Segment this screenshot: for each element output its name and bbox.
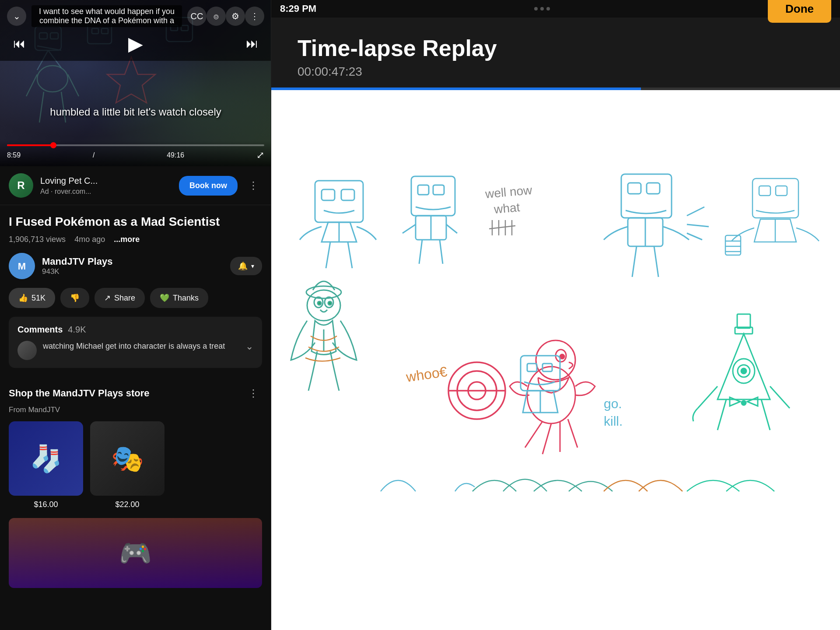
svg-line-48 — [632, 246, 637, 277]
like-icon: 👍 — [18, 293, 28, 303]
svg-point-90 — [741, 368, 746, 374]
svg-line-51 — [687, 224, 709, 227]
svg-point-66 — [318, 301, 321, 305]
svg-line-33 — [446, 224, 457, 233]
thanks-icon: 💚 — [160, 293, 169, 303]
svg-line-95 — [770, 386, 790, 408]
chevron-down-icon: ▾ — [251, 262, 254, 270]
svg-rect-44 — [628, 183, 641, 194]
svg-marker-85 — [718, 334, 770, 399]
svg-rect-29 — [433, 185, 444, 195]
subscribe-button[interactable]: 🔔 ▾ — [230, 257, 262, 275]
cast-button[interactable]: ⌾ — [206, 7, 226, 26]
replay-title: Time-lapse Replay — [298, 35, 497, 61]
rewind-button[interactable]: ⏮ — [10, 34, 28, 53]
thanks-button[interactable]: 💚 Thanks — [150, 288, 208, 308]
dislike-button[interactable]: 👎 — [60, 288, 89, 308]
bell-icon: 🔔 — [238, 261, 248, 271]
replay-header: Time-lapse Replay 00:00:47:23 — [271, 18, 840, 88]
svg-text:what: what — [493, 200, 521, 216]
total-time: 49:16 — [167, 151, 184, 159]
progress-bar[interactable] — [7, 144, 264, 146]
channel-row: M MandJTV Plays 943K 🔔 ▾ — [9, 253, 262, 279]
share-label: Share — [114, 294, 135, 303]
shop-subtitle: From MandJTV — [9, 406, 262, 414]
svg-text:whoo€: whoo€ — [405, 364, 448, 385]
ad-more-button[interactable]: ⋮ — [245, 176, 262, 195]
comments-header: Comments 4.9K — [18, 325, 253, 335]
action-buttons: 👍 51K 👎 ↗ Share 💚 Thanks — [9, 288, 262, 308]
svg-rect-45 — [647, 183, 660, 194]
shop-more-button[interactable]: ⋮ — [245, 384, 262, 403]
svg-line-25 — [326, 242, 330, 268]
svg-line-35 — [440, 240, 443, 264]
shop-item-image-socks: 🧦 — [9, 421, 83, 496]
svg-line-14 — [68, 74, 79, 96]
channel-avatar: M — [9, 253, 35, 279]
share-button[interactable]: ↗ Share — [94, 288, 145, 308]
svg-marker-91 — [730, 397, 740, 406]
status-bar: 8:29 PM Done — [271, 0, 840, 18]
comments-count: 4.9K — [68, 325, 86, 335]
left-panel: ⌄ I want to see what would happen if you… — [0, 0, 271, 630]
ad-title: Loving Pet C... — [40, 176, 172, 186]
channel-name: MandJTV Plays — [42, 256, 223, 267]
like-button[interactable]: 👍 51K — [9, 288, 55, 308]
fast-forward-button[interactable]: ⏭ — [243, 34, 261, 53]
like-count: 51K — [32, 294, 46, 303]
progress-fill — [7, 144, 53, 146]
status-dot-1 — [534, 7, 538, 10]
svg-line-52 — [687, 233, 702, 240]
ad-avatar: R — [9, 173, 33, 198]
play-pause-button[interactable]: ▶ — [126, 30, 146, 57]
shop-item-socks[interactable]: 🧦 $16.00 — [9, 421, 83, 509]
video-bottom-bar: 8:59 / 49:16 ⤢ — [0, 141, 271, 166]
right-panel: 8:29 PM Done Time-lapse Replay 00:00:47:… — [271, 0, 840, 630]
ad-section: R Loving Pet C... Ad · rover.com... Book… — [0, 166, 271, 205]
book-now-button[interactable]: Book now — [179, 176, 238, 196]
shop-item-plush[interactable]: 🎭 $22.00 — [90, 421, 164, 509]
svg-rect-55 — [776, 186, 787, 196]
svg-point-62 — [306, 286, 341, 298]
comments-section[interactable]: Comments 4.9K watching Michael get into … — [9, 317, 262, 368]
current-time: 8:59 — [7, 151, 21, 159]
time-separator: / — [93, 151, 94, 159]
svg-text:kill.: kill. — [604, 414, 623, 428]
next-video-thumbnail[interactable]: 🎮 — [9, 518, 262, 588]
next-video-overlay: 🎮 — [9, 518, 262, 588]
comment-expand-button[interactable]: ⌄ — [245, 341, 253, 352]
svg-line-50 — [687, 207, 704, 216]
video-overlay-controls: ⌄ I want to see what would happen if you… — [0, 0, 271, 61]
svg-point-67 — [328, 301, 332, 305]
more-overlay-button[interactable]: ⋮ — [245, 7, 264, 26]
svg-rect-20 — [315, 181, 363, 222]
drawing-canvas: well now what — [271, 90, 840, 630]
fullscreen-button[interactable]: ⤢ — [256, 150, 264, 161]
svg-point-93 — [742, 401, 746, 405]
cc-button[interactable]: CC — [187, 7, 206, 26]
svg-point-77 — [560, 354, 564, 359]
comment-row: watching Michael get into character is a… — [18, 341, 253, 360]
upload-age: 4mo ago — [74, 235, 105, 244]
channel-subs: 943K — [42, 267, 223, 276]
svg-marker-92 — [747, 397, 758, 406]
status-dot-3 — [546, 7, 550, 10]
svg-text:M: M — [18, 261, 26, 272]
ad-info: Loving Pet C... Ad · rover.com... — [40, 176, 172, 196]
svg-text:go.: go. — [604, 396, 622, 411]
shop-item-price-socks: $16.00 — [9, 500, 83, 509]
comment-avatar — [18, 341, 37, 360]
settings-button[interactable]: ⚙ — [226, 7, 245, 26]
view-count: 1,906,713 views — [9, 235, 66, 244]
svg-marker-17 — [107, 57, 155, 103]
shop-title: Shop the MandJTV Plays store — [9, 388, 150, 399]
svg-rect-28 — [418, 185, 429, 195]
svg-text:well now: well now — [484, 183, 533, 201]
video-player: ⌄ I want to see what would happen if you… — [0, 0, 271, 166]
svg-line-96 — [718, 399, 726, 430]
channel-info: MandJTV Plays 943K — [42, 256, 223, 276]
more-link[interactable]: ...more — [114, 235, 140, 244]
svg-line-13 — [26, 74, 37, 96]
minimize-button[interactable]: ⌄ — [7, 7, 26, 26]
replay-timestamp: 00:00:47:23 — [298, 65, 497, 79]
